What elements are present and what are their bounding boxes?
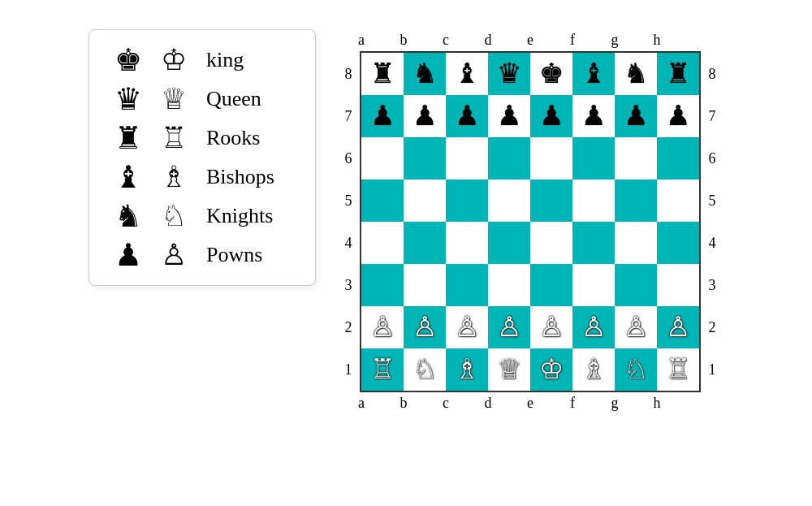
legend-label-text: king — [206, 48, 244, 72]
board-cell[interactable] — [361, 264, 404, 306]
board-cell[interactable]: ♝ — [446, 53, 488, 95]
board-cell[interactable]: ♙ — [615, 306, 657, 348]
board-cell[interactable] — [446, 222, 488, 264]
chess-piece: ♟ — [624, 102, 648, 130]
rank-label: 3 — [704, 264, 720, 306]
legend-white-piece: ♘ — [154, 201, 193, 231]
board-cell[interactable]: ♙ — [446, 306, 488, 348]
board-cell[interactable]: ♜ — [361, 53, 404, 95]
board-cell[interactable]: ♗ — [572, 348, 615, 391]
board-cell[interactable]: ♗ — [446, 348, 488, 391]
board-cell[interactable] — [657, 179, 699, 222]
board-cell[interactable]: ♞ — [404, 53, 446, 95]
board-cell[interactable] — [530, 264, 572, 306]
chess-piece: ♛ — [497, 60, 521, 88]
board-cell[interactable]: ♚ — [530, 53, 572, 95]
board-cell[interactable]: ♟ — [657, 95, 699, 137]
board-cell[interactable]: ♙ — [572, 306, 615, 348]
rank-label: 1 — [704, 348, 720, 391]
board-cell[interactable]: ♛ — [488, 53, 530, 95]
board-cell[interactable] — [361, 222, 404, 264]
board-and-files: abcdefgh 87654321 ♜♞♝♛♚♝♞♜♟♟♟♟♟♟♟♟♙♙♙♙♙♙… — [340, 29, 723, 414]
board-cell[interactable] — [530, 222, 572, 264]
chess-piece: ♗ — [581, 356, 606, 383]
board-cell[interactable]: ♙ — [657, 306, 699, 348]
board-cell[interactable] — [488, 179, 530, 222]
board-cell[interactable]: ♜ — [657, 53, 699, 95]
board-cell[interactable] — [488, 222, 530, 264]
legend-white-piece: ♔ — [154, 45, 193, 75]
file-label: a — [340, 32, 382, 49]
rank-label: 7 — [704, 95, 720, 137]
board-cell[interactable] — [572, 179, 615, 222]
board-cell[interactable] — [404, 222, 446, 264]
chess-piece: ♙ — [581, 314, 606, 341]
board-cell[interactable] — [446, 179, 488, 222]
board-cell[interactable]: ♟ — [446, 95, 488, 137]
board-cell[interactable] — [488, 137, 530, 179]
board-cell[interactable]: ♘ — [404, 348, 446, 391]
board-cell[interactable] — [530, 179, 572, 222]
board-cell[interactable] — [615, 222, 657, 264]
legend-black-piece: ♝ — [109, 162, 148, 192]
board-cell[interactable]: ♙ — [488, 306, 530, 348]
board-cell[interactable] — [446, 137, 488, 179]
board-cell[interactable]: ♝ — [572, 53, 615, 95]
rank-label: 3 — [340, 264, 356, 306]
board-cell[interactable]: ♟ — [572, 95, 615, 137]
board-cell[interactable] — [615, 179, 657, 222]
board-cell[interactable]: ♟ — [530, 95, 572, 137]
board-cell[interactable] — [572, 264, 615, 306]
board-cell[interactable] — [361, 137, 404, 179]
board-cell[interactable] — [572, 137, 615, 179]
board-cell[interactable] — [657, 222, 699, 264]
board-cell[interactable] — [572, 222, 615, 264]
chess-piece: ♘ — [412, 356, 437, 383]
board-cell[interactable]: ♖ — [361, 348, 404, 391]
board-cell[interactable]: ♖ — [657, 348, 699, 391]
board-cell[interactable]: ♘ — [615, 348, 657, 391]
file-label: d — [467, 395, 509, 412]
board-cell[interactable] — [615, 264, 657, 306]
board-cell[interactable] — [404, 137, 446, 179]
board-cell[interactable] — [446, 264, 488, 306]
board-cell[interactable] — [657, 137, 699, 179]
board-cell[interactable]: ♙ — [361, 306, 404, 348]
board-cell[interactable]: ♟ — [361, 95, 404, 137]
board-cell[interactable]: ♟ — [615, 95, 657, 137]
board-cell[interactable]: ♟ — [488, 95, 530, 137]
board-cell[interactable] — [488, 264, 530, 306]
board-cell[interactable] — [361, 179, 404, 222]
chess-piece: ♟ — [666, 102, 690, 130]
chess-piece: ♟ — [455, 102, 479, 130]
chess-piece: ♙ — [370, 314, 395, 341]
board-cell[interactable] — [404, 179, 446, 222]
board-cell[interactable]: ♟ — [404, 95, 446, 137]
legend-row: ♞♘Knights — [109, 201, 296, 231]
board-cell[interactable]: ♙ — [404, 306, 446, 348]
board-cell[interactable] — [404, 264, 446, 306]
chess-piece: ♜ — [370, 60, 395, 88]
legend-white-piece: ♙ — [154, 240, 193, 270]
board-cell[interactable]: ♞ — [615, 53, 657, 95]
chess-piece: ♝ — [455, 60, 479, 88]
board-cell[interactable]: ♕ — [488, 348, 530, 391]
rank-label: 7 — [340, 95, 356, 137]
board-cell[interactable] — [657, 264, 699, 306]
chess-piece: ♖ — [370, 356, 395, 383]
board-cell[interactable]: ♙ — [530, 306, 572, 348]
board-cell[interactable]: ♔ — [530, 348, 572, 391]
board-cell[interactable] — [530, 137, 572, 179]
rank-label: 5 — [704, 179, 720, 222]
rank-labels-left: 87654321 — [340, 53, 356, 391]
board-cell[interactable] — [615, 137, 657, 179]
chess-piece: ♟ — [497, 102, 521, 130]
file-label: c — [425, 32, 467, 49]
board-wrapper: abcdefgh 87654321 ♜♞♝♛♚♝♞♜♟♟♟♟♟♟♟♟♙♙♙♙♙♙… — [340, 29, 723, 414]
chess-piece: ♔ — [539, 356, 564, 383]
chess-board: ♜♞♝♛♚♝♞♜♟♟♟♟♟♟♟♟♙♙♙♙♙♙♙♙♖♘♗♕♔♗♘♖ — [360, 51, 701, 392]
legend-row: ♟♙Powns — [109, 240, 296, 270]
rank-label: 2 — [340, 306, 356, 348]
file-label: e — [509, 32, 551, 49]
rank-label: 8 — [340, 53, 356, 95]
